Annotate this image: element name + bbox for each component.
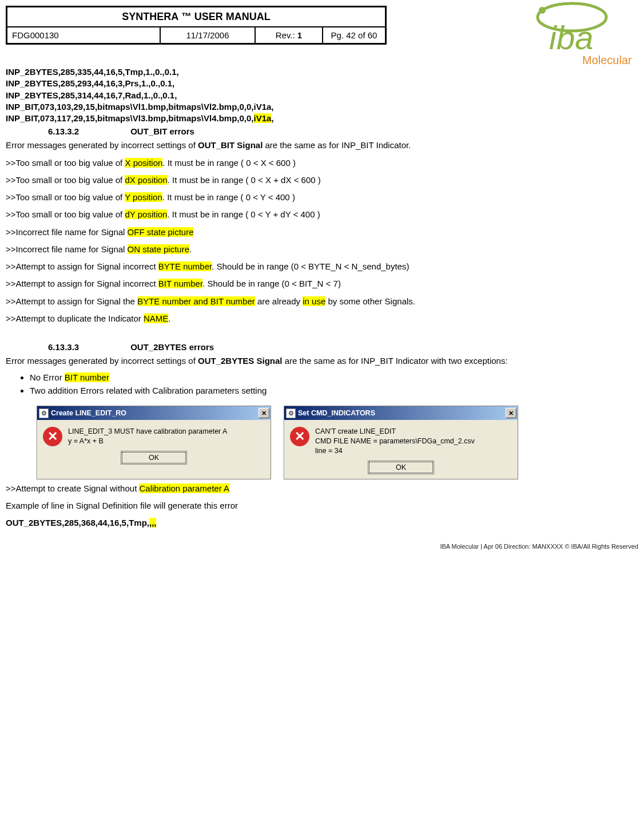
header-table: SYNTHERA ™ USER MANUAL FDG000130 11/17/2… bbox=[6, 6, 387, 45]
section-heading-outbit: 6.13.3.2 OUT_BIT errors bbox=[48, 126, 638, 136]
error-dx-position: >>Too small or too big value of dX posit… bbox=[6, 174, 638, 186]
error-calibration-a: >>Attempt to create Signal without Calib… bbox=[6, 483, 638, 494]
close-icon[interactable]: ✕ bbox=[506, 408, 516, 418]
dialog-message: CAN'T create LINE_EDIT CMD FILE NAME = p… bbox=[315, 427, 475, 456]
ok-button[interactable]: OK bbox=[369, 462, 433, 473]
code-line-5a: INP_BIT,073,117,29,15,bitmaps\Vl3.bmp,bi… bbox=[6, 113, 254, 123]
code-line-1: INP_2BYTES,285,335,44,16,5,Tmp,1.,0.,0.1… bbox=[6, 67, 179, 77]
doc-date: 11/17/2006 bbox=[161, 27, 256, 43]
ok-button[interactable]: OK bbox=[122, 452, 186, 463]
section-heading-out2bytes: 6.13.3.3 OUT_2BYTES errors bbox=[48, 342, 638, 352]
code-line-3: INP_2BYTES,285,314,44,16,7,Rad,1.,0.,0.1… bbox=[6, 90, 177, 100]
doc-revision: Rev.: 1 bbox=[256, 27, 323, 43]
doc-page: Pg. 42 of 60 bbox=[323, 27, 385, 43]
dialog-title-text: Create LINE_EDIT_RO bbox=[51, 409, 126, 417]
error-byte-number: >>Attempt to assign for Signal incorrect… bbox=[6, 261, 638, 272]
dialog-titlebar: Create LINE_EDIT_RO ✕ bbox=[37, 406, 271, 420]
bullet-calibration: Two addition Errors related with Calibra… bbox=[30, 386, 638, 395]
section-num: 6.13.3.2 bbox=[48, 126, 128, 136]
error-icon: ✕ bbox=[290, 427, 309, 446]
error-icon: ✕ bbox=[43, 427, 62, 446]
code-line-4: INP_BIT,073,103,29,15,bitmaps\Vl1.bmp,bi… bbox=[6, 102, 274, 112]
system-icon bbox=[39, 408, 49, 418]
system-icon bbox=[286, 408, 296, 418]
error-bit-number: >>Attempt to assign for Signal incorrect… bbox=[6, 278, 638, 289]
code-block: INP_2BYTES,285,335,44,16,5,Tmp,1.,0.,0.1… bbox=[6, 66, 638, 124]
section-num-2: 6.13.3.3 bbox=[48, 342, 128, 352]
page-footer: IBA Molecular | Apr 06 Direction: MANXXX… bbox=[440, 543, 638, 550]
outbit-intro: Error messages generated by incorrect se… bbox=[6, 140, 638, 151]
code-line-5-hl: iV1a bbox=[254, 113, 272, 123]
error-off-picture: >>Incorrect file name for Signal OFF sta… bbox=[6, 227, 638, 238]
svg-point-1 bbox=[539, 7, 546, 14]
header-cells: FDG000130 11/17/2006 Rev.: 1 Pg. 42 of 6… bbox=[7, 27, 385, 43]
close-icon[interactable]: ✕ bbox=[259, 408, 269, 418]
iba-logo: iba Molecular bbox=[515, 0, 641, 69]
dialog-create-line-edit: Create LINE_EDIT_RO ✕ ✕ LINE_EDIT_3 MUST… bbox=[37, 406, 271, 479]
exceptions-list: No Error BIT number Two addition Errors … bbox=[21, 372, 638, 395]
dialog-message: LINE_EDIT_3 MUST have calibration parame… bbox=[68, 427, 227, 446]
error-x-position: >>Too small or too big value of X positi… bbox=[6, 157, 638, 169]
example-line: OUT_2BYTES,285,368,44,16,5,Tmp,,,, bbox=[6, 517, 638, 529]
dialog-screenshots: Create LINE_EDIT_RO ✕ ✕ LINE_EDIT_3 MUST… bbox=[37, 406, 638, 479]
logo-subtext: Molecular bbox=[582, 54, 632, 66]
dialog-title-text: Set CMD_INDICATORS bbox=[298, 409, 375, 417]
error-duplicate-name: >>Attempt to duplicate the Indicator NAM… bbox=[6, 313, 638, 324]
example-intro: Example of line in Signal Definition fil… bbox=[6, 500, 638, 511]
bullet-no-error-bit: No Error BIT number bbox=[30, 372, 638, 382]
error-y-position: >>Too small or too big value of Y positi… bbox=[6, 192, 638, 203]
code-line-2: INP_2BYTES,285,293,44,16,3,Prs,1.,0.,0.1… bbox=[6, 78, 174, 88]
error-on-picture: >>Incorrect file name for Signal ON stat… bbox=[6, 244, 638, 255]
document-header: SYNTHERA ™ USER MANUAL FDG000130 11/17/2… bbox=[6, 6, 638, 45]
rev-value: 1 bbox=[297, 30, 302, 40]
doc-number: FDG000130 bbox=[7, 27, 161, 43]
section-title: OUT_BIT errors bbox=[130, 126, 194, 136]
dialog-titlebar: Set CMD_INDICATORS ✕ bbox=[284, 406, 518, 420]
error-dy-position: >>Too small or too big value of dY posit… bbox=[6, 209, 638, 220]
code-line-5b: , bbox=[271, 113, 273, 123]
error-in-use: >>Attempt to assign for Signal the BYTE … bbox=[6, 296, 638, 307]
dialog-set-cmd-indicators: Set CMD_INDICATORS ✕ ✕ CAN'T create LINE… bbox=[284, 406, 518, 479]
section-title-2: OUT_2BYTES errors bbox=[130, 342, 214, 352]
rev-label: Rev.: bbox=[276, 30, 297, 40]
manual-title: SYNTHERA ™ USER MANUAL bbox=[7, 7, 385, 27]
out2bytes-intro: Error messages generated by incorrect se… bbox=[6, 355, 638, 367]
logo-text: iba bbox=[549, 19, 593, 56]
